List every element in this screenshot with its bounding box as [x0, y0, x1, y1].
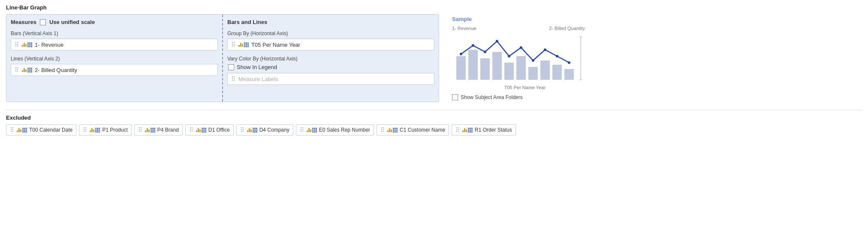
bar-icon: [307, 128, 311, 132]
svg-rect-5: [516, 56, 526, 80]
bar-icon: [196, 128, 201, 132]
bar-chart-icon-2: [22, 68, 27, 72]
excluded-item[interactable]: ⠿ C1 Customer Name: [377, 124, 449, 136]
group-drag-handle: ⠿: [231, 41, 235, 48]
show-subject-area-checkbox[interactable]: [452, 94, 458, 100]
measures-label: Measures: [11, 19, 36, 25]
bar-icon: [17, 128, 21, 132]
grid-icon-ex: [253, 128, 257, 133]
svg-rect-3: [492, 52, 502, 80]
excluded-items-list: ⠿ T00 Calendar Date ⠿: [6, 124, 862, 136]
lines-field-label: 2- Billed Quantity: [35, 67, 77, 73]
svg-rect-7: [540, 60, 550, 80]
lines-axis-label: Lines (Vertical Axis 2): [11, 56, 218, 62]
unified-scale-checkbox[interactable]: [40, 19, 46, 25]
measure-labels-row: ⠿ Measure Labels: [227, 73, 434, 85]
excluded-item[interactable]: ⠿ E0 Sales Rep Number: [296, 124, 374, 136]
bar-chart-icon: [22, 43, 27, 47]
excluded-drag-handle: ⠿: [455, 127, 459, 133]
bars-drag-handle: ⠿: [15, 41, 18, 48]
page-title: Line-Bar Graph: [6, 4, 862, 11]
bars-field-row[interactable]: ⠿ 1- Revenue: [11, 39, 218, 51]
excluded-item-label: P4 Brand: [157, 127, 179, 133]
sample-chart: [452, 33, 585, 84]
grid-icon-ex: [393, 128, 398, 133]
bar-icon: [145, 128, 150, 132]
svg-point-14: [508, 55, 510, 57]
excluded-item[interactable]: ⠿ D4 Company: [236, 124, 293, 136]
svg-point-12: [484, 51, 486, 53]
svg-point-10: [460, 53, 462, 55]
excluded-item[interactable]: ⠿ P1 Product: [79, 124, 131, 136]
bar-icon: [90, 128, 94, 132]
svg-rect-0: [456, 56, 466, 80]
excluded-item-label: R1 Order Status: [475, 127, 512, 133]
bar-chart-icon-3: [238, 43, 243, 47]
excluded-drag-handle: ⠿: [83, 127, 87, 133]
show-subject-area-row: Show Subject Area Folders: [452, 94, 598, 100]
excluded-item-label: D1 Office: [208, 127, 230, 133]
show-legend-row: Show In Legend: [227, 64, 434, 70]
excluded-field-icon: [196, 128, 206, 133]
excluded-item[interactable]: ⠿ P4 Brand: [134, 124, 183, 136]
excluded-item-label: P1 Product: [102, 127, 127, 133]
chart-xlabel: T05 Per Name Year: [452, 85, 598, 90]
grid-icon-ex: [202, 128, 206, 133]
chart-label-left: 1- Revenue: [452, 26, 476, 31]
bars-field-icon: [22, 42, 32, 47]
svg-rect-2: [480, 58, 490, 80]
excluded-drag-handle: ⠿: [240, 127, 244, 133]
excluded-field-icon: [17, 128, 27, 133]
unified-scale-label: Use unified scale: [49, 19, 95, 25]
vary-color-label: Vary Color By (Horizontal Axis): [227, 56, 434, 62]
lines-drag-handle: ⠿: [15, 66, 18, 73]
lines-field-row[interactable]: ⠿ 2- Billed Quantity: [11, 64, 218, 76]
show-subject-area-label: Show Subject Area Folders: [461, 94, 523, 100]
show-legend-label: Show In Legend: [237, 64, 277, 70]
excluded-drag-handle: ⠿: [300, 127, 304, 133]
excluded-drag-handle: ⠿: [10, 127, 14, 133]
sample-panel: Sample 1- Revenue 2- Billed Quantity: [452, 14, 598, 102]
measures-panel: Measures Use unified scale Bars (Vertica…: [6, 15, 223, 102]
svg-rect-8: [552, 65, 562, 80]
svg-point-18: [556, 55, 558, 57]
group-field-icon: [238, 42, 249, 47]
chart-labels-top: 1- Revenue 2- Billed Quantity: [452, 26, 585, 31]
excluded-title: Excluded: [6, 114, 862, 121]
svg-point-16: [532, 59, 534, 62]
sample-title: Sample: [452, 16, 598, 22]
svg-point-15: [520, 46, 522, 49]
grid-icon-ex: [22, 128, 27, 133]
page-container: Line-Bar Graph Measures Use unified scal…: [0, 0, 868, 140]
excluded-item[interactable]: ⠿ R1 Order Status: [452, 124, 516, 136]
svg-point-19: [568, 61, 570, 64]
svg-point-17: [544, 48, 546, 51]
excluded-field-icon: [462, 128, 473, 133]
excluded-drag-handle: ⠿: [138, 127, 142, 133]
main-panel: Measures Use unified scale Bars (Vertica…: [6, 14, 862, 102]
excluded-item-label: T00 Calendar Date: [29, 127, 72, 133]
grid-icon-ex: [312, 128, 317, 133]
grid-icon-ex: [468, 128, 473, 133]
grid-icon-2: [27, 68, 32, 72]
group-by-field-row[interactable]: ⠿ T05 Per Name Year: [227, 39, 434, 51]
lines-field-icon: [22, 68, 32, 72]
measure-labels-drag-handle: ⠿: [231, 75, 235, 82]
vary-color-section: Vary Color By (Horizontal Axis) Show In …: [227, 56, 434, 85]
excluded-item[interactable]: ⠿ T00 Calendar Date: [6, 124, 76, 136]
grid-icon-3: [244, 42, 249, 47]
svg-point-11: [472, 44, 474, 47]
show-legend-checkbox[interactable]: [228, 64, 234, 70]
grid-icon-ex: [151, 128, 155, 133]
excluded-field-icon: [307, 128, 317, 133]
excluded-item[interactable]: ⠿ D1 Office: [185, 124, 234, 136]
grid-icon: [27, 42, 32, 47]
excluded-section: Excluded ⠿ T00 Calendar Date ⠿: [6, 110, 862, 136]
measures-header: Measures Use unified scale: [11, 19, 218, 25]
excluded-field-icon: [387, 128, 398, 133]
bar-icon: [247, 128, 252, 132]
bars-lines-header: Bars and Lines: [227, 19, 434, 25]
svg-point-13: [496, 40, 498, 42]
excluded-field-icon: [145, 128, 155, 133]
group-by-section: Group By (Horizontal Axis) ⠿: [227, 30, 434, 51]
